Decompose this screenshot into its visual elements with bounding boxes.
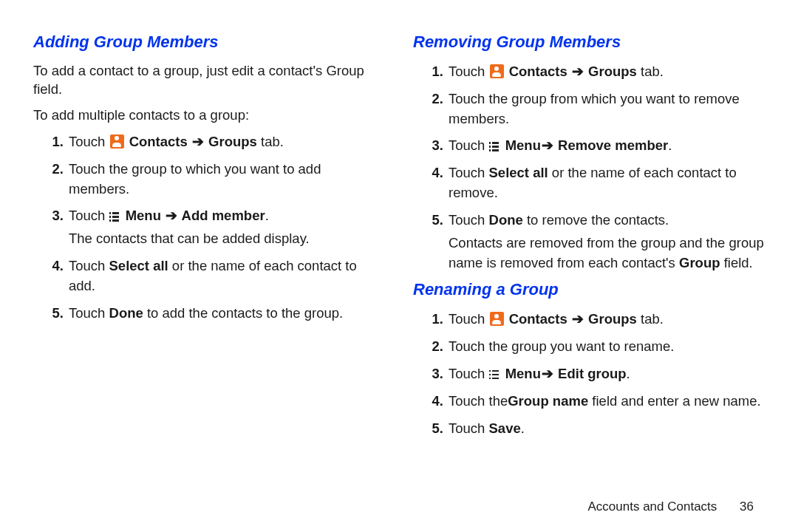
footer-section-label: Accounts and Contacts — [588, 499, 717, 514]
list-item: Touch Menu ➔ Add member. The contacts th… — [67, 206, 385, 249]
heading-removing-group-members: Removing Group Members — [413, 33, 765, 52]
list-item: Touch Done to add the contacts to the gr… — [67, 304, 385, 324]
page-number: 36 — [740, 499, 754, 514]
list-item: Touch Select all or the name of each con… — [447, 163, 765, 203]
menu-icon — [490, 369, 501, 380]
heading-adding-group-members: Adding Group Members — [33, 33, 385, 52]
renaming-steps: Touch Contacts ➔ Groups tab. Touch the g… — [413, 310, 765, 438]
list-item: Touch Menu➔ Edit group. — [447, 364, 765, 384]
list-item: Touch the group you want to rename. — [447, 337, 765, 357]
list-item: Touch Contacts ➔ Groups tab. — [67, 132, 385, 152]
contacts-icon — [110, 134, 124, 149]
page-footer: Accounts and Contacts 36 — [588, 499, 754, 514]
list-item: Touch Done to remove the contacts. Conta… — [447, 211, 765, 273]
list-item: Touch the group from which you want to r… — [447, 89, 765, 129]
list-subtext: The contacts that can be added display. — [69, 229, 385, 249]
removing-steps: Touch Contacts ➔ Groups tab. Touch the g… — [413, 62, 765, 273]
list-item: Touch Select all or the name of each con… — [67, 256, 385, 296]
list-item: Touch Save. — [447, 419, 765, 439]
list-item: Touch theGroup name field and enter a ne… — [447, 392, 765, 412]
list-subtext: Contacts are removed from the group and … — [449, 233, 765, 273]
arrow-icon: ➔ — [572, 311, 584, 327]
list-item: Touch Menu➔ Remove member. — [447, 136, 765, 156]
heading-renaming-a-group: Renaming a Group — [413, 280, 765, 299]
intro-text-1: To add a contact to a group, just edit a… — [33, 62, 385, 99]
intro-text-2: To add multiple contacts to a group: — [33, 106, 385, 125]
arrow-icon: ➔ — [542, 137, 553, 153]
menu-icon — [490, 141, 501, 151]
arrow-icon: ➔ — [542, 366, 553, 381]
menu-icon — [110, 211, 121, 222]
contacts-icon — [490, 312, 504, 326]
arrow-icon: ➔ — [572, 64, 584, 79]
left-column: Adding Group Members To add a contact to… — [33, 33, 385, 532]
list-item: Touch Contacts ➔ Groups tab. — [447, 62, 765, 82]
list-item: Touch the group to which you want to add… — [67, 160, 385, 200]
arrow-icon: ➔ — [166, 208, 177, 223]
list-item: Touch Contacts ➔ Groups tab. — [447, 310, 765, 330]
contacts-icon — [490, 64, 504, 78]
adding-steps: Touch Contacts ➔ Groups tab. Touch the g… — [33, 132, 385, 324]
arrow-icon: ➔ — [192, 134, 204, 149]
right-column: Removing Group Members Touch Contacts ➔ … — [413, 33, 765, 532]
